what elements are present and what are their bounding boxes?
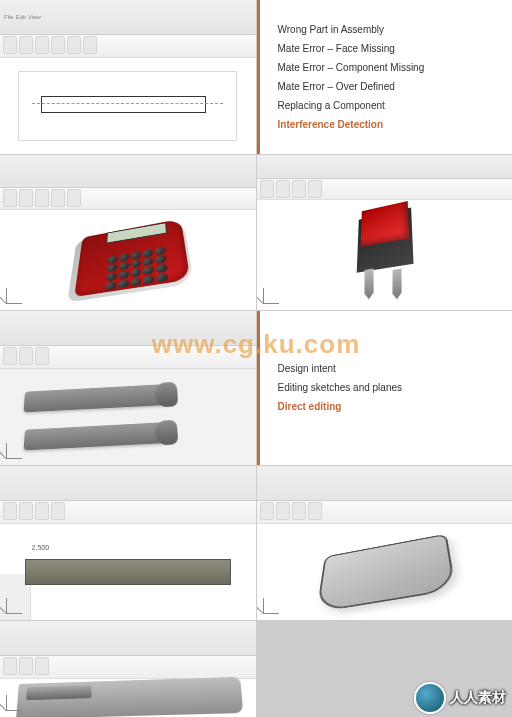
slide-line-active: Interference Detection [278,119,501,130]
ribbon-button[interactable] [292,502,306,520]
slide-line: Editing sketches and planes [278,382,501,393]
slide-line: Wrong Part in Assembly [278,24,501,35]
triad-icon [6,284,26,304]
menu-edit[interactable]: Edit [16,14,26,20]
ribbon-button[interactable] [3,657,17,675]
menu-bar[interactable] [257,466,513,501]
ribbon-button[interactable] [35,657,49,675]
menu-view[interactable]: View [28,14,41,20]
menu-bar[interactable] [0,621,256,656]
panel-bar: 2.500 [0,466,256,620]
slide-notes [261,4,509,8]
ribbon-button[interactable] [35,36,49,54]
ribbon-button[interactable] [276,502,290,520]
menu-bar[interactable] [0,466,256,501]
ribbon-button[interactable] [35,502,49,520]
ribbon[interactable] [0,501,256,524]
ribbon-button[interactable] [19,347,33,365]
ribbon-button[interactable] [19,36,33,54]
ribbon[interactable] [257,179,513,200]
triad-icon [263,594,283,614]
ribbon-button[interactable] [3,36,17,54]
panel-straps [0,311,256,465]
ribbon-button[interactable] [83,36,97,54]
menu-bar[interactable]: File Edit View [0,0,256,35]
slide-line: Mate Error – Over Defined [278,81,501,92]
ribbon-button[interactable] [276,180,290,198]
drawing-sheet [18,71,237,140]
slide-line-active: Direct editing [278,401,501,412]
viewport[interactable] [0,679,256,717]
ribbon-button[interactable] [260,180,274,198]
ribbon-button[interactable] [308,180,322,198]
ribbon-button[interactable] [67,36,81,54]
triad-icon [6,691,26,711]
slide-line: Mate Error – Component Missing [278,62,501,73]
ribbon-button[interactable] [51,502,65,520]
panel-calculator [0,155,256,309]
ribbon-button[interactable] [19,189,33,207]
ribbon[interactable] [0,346,256,369]
panel-slide-mateerrors: Wrong Part in Assembly Mate Error – Face… [257,0,513,154]
panel-slide-designintent: Design intent Editing sketches and plane… [257,311,513,465]
ribbon-button[interactable] [35,347,49,365]
drawing-profile [41,96,206,113]
menu-file[interactable]: File [4,14,14,20]
slide-line: Replacing a Component [278,100,501,111]
ribbon-button[interactable] [292,180,306,198]
ribbon-button[interactable] [51,36,65,54]
viewport[interactable] [0,210,256,310]
ribbon-button[interactable] [35,189,49,207]
panel-switch [257,155,513,309]
switch-terminal [393,268,402,300]
strap-model [23,386,180,410]
switch-terminal [365,268,374,300]
ribbon-button[interactable] [19,657,33,675]
strap-pair [23,386,233,448]
slide-line: Design intent [278,363,501,374]
ribbon-button[interactable] [3,189,17,207]
menu-bar[interactable] [0,311,256,346]
viewport[interactable]: 2.500 [0,524,256,620]
lid-model [316,534,456,613]
menu-bar[interactable] [257,155,513,178]
ribbon-button[interactable] [67,189,81,207]
viewport[interactable] [257,200,513,310]
footer-logo: 人人素材 [414,682,506,714]
triad-icon [263,284,283,304]
rocker-switch-model [324,200,444,310]
dimension-label: 2.500 [32,544,50,551]
ribbon[interactable] [0,35,256,58]
viewport[interactable] [0,58,256,154]
logo-text: 人人素材 [450,689,506,707]
centerline [32,103,223,104]
triad-icon [6,594,26,614]
viewport[interactable] [257,524,513,620]
ribbon-button[interactable] [3,347,17,365]
ribbon[interactable] [257,501,513,524]
menu-bar[interactable] [0,155,256,188]
ribbon[interactable] [0,188,256,210]
ribbon-button[interactable] [19,502,33,520]
triad-icon [6,439,26,459]
bar-model: 2.500 [25,559,231,585]
strap-model [23,424,180,448]
switch-rocker [361,201,410,247]
ribbon-button[interactable] [51,189,65,207]
viewport[interactable] [0,369,256,465]
logo-badge-icon [414,682,446,714]
calculator-model [63,210,193,310]
ribbon-button[interactable] [3,502,17,520]
ribbon-button[interactable] [260,502,274,520]
ribbon[interactable] [0,656,256,679]
ribbon-button[interactable] [308,502,322,520]
slide-line: Mate Error – Face Missing [278,43,501,54]
panel-tool [0,621,256,717]
panel-lid [257,466,513,620]
tool-model [16,677,243,717]
panel-drawing: File Edit View [0,0,256,154]
